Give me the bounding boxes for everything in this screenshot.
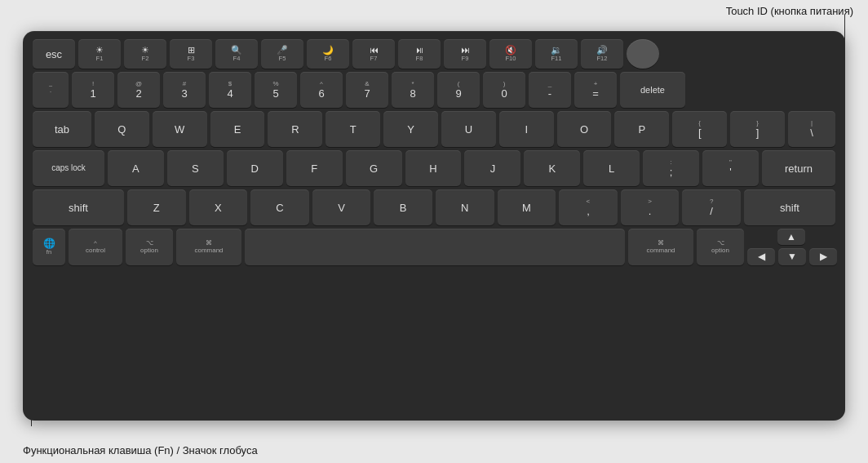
number-row: ~ ` ! 1 @ 2 # 3 $ 4 % 5 (33, 72, 835, 108)
key-i[interactable]: I (499, 111, 554, 147)
key-h[interactable]: H (405, 150, 462, 186)
key-close-bracket[interactable]: }] (730, 111, 785, 147)
key-equals[interactable]: + = (574, 72, 617, 108)
key-open-bracket[interactable]: {[ (672, 111, 727, 147)
fn-row: esc ☀F1 ☀F2 ⊞F3 🔍F4 🎤F5 🌙F6 ⏮F7 (33, 39, 835, 69)
key-f10[interactable]: 🔇F10 (489, 39, 532, 69)
key-s[interactable]: S (167, 150, 224, 186)
key-1[interactable]: ! 1 (72, 72, 114, 108)
key-f8[interactable]: ⏯F8 (398, 39, 441, 69)
key-q[interactable]: Q (95, 111, 149, 147)
key-7[interactable]: & 7 (346, 72, 388, 108)
key-shift-left[interactable]: shift (33, 189, 124, 225)
key-g[interactable]: G (346, 150, 402, 186)
key-f3[interactable]: ⊞F3 (170, 39, 212, 69)
key-d[interactable]: D (227, 150, 283, 186)
key-caps-lock[interactable]: caps lock (33, 150, 104, 186)
key-shift-right[interactable]: shift (744, 189, 835, 225)
key-command-left[interactable]: ⌘ command (176, 229, 241, 265)
key-2[interactable]: @ 2 (117, 72, 160, 108)
key-spacebar[interactable] (245, 229, 625, 265)
key-return[interactable]: return (762, 150, 835, 186)
fn-label: Функциональная клавиша (Fn) / Значок гло… (23, 444, 258, 456)
key-semicolon[interactable]: :; (643, 150, 699, 186)
key-4[interactable]: $ 4 (209, 72, 251, 108)
key-arrow-up[interactable]: ▲ (777, 229, 805, 245)
key-option-right[interactable]: ⌥ option (697, 229, 744, 265)
tab-row: tab Q W E R T Y U I O P {[ }] |\ (33, 111, 835, 147)
key-arrow-left[interactable]: ◀ (747, 248, 775, 265)
key-8[interactable]: * 8 (392, 72, 434, 108)
key-u[interactable]: U (441, 111, 496, 147)
key-3[interactable]: # 3 (163, 72, 206, 108)
key-m[interactable]: M (498, 189, 556, 225)
key-fn[interactable]: 🌐 fn (33, 229, 65, 265)
key-j[interactable]: J (464, 150, 520, 186)
key-x[interactable]: X (189, 189, 248, 225)
key-c[interactable]: C (250, 189, 309, 225)
key-backslash[interactable]: |\ (788, 111, 835, 147)
key-f12[interactable]: 🔊F12 (581, 39, 623, 69)
key-p[interactable]: P (614, 111, 669, 147)
key-touchid[interactable] (627, 39, 659, 69)
key-period[interactable]: >. (621, 189, 680, 225)
key-arrow-down[interactable]: ▼ (778, 248, 806, 265)
key-o[interactable]: O (557, 111, 612, 147)
key-f1[interactable]: ☀F1 (78, 39, 121, 69)
key-tab[interactable]: tab (33, 111, 91, 147)
key-6[interactable]: ^ 6 (300, 72, 343, 108)
key-e[interactable]: E (210, 111, 265, 147)
key-command-right[interactable]: ⌘ command (628, 229, 693, 265)
key-f2[interactable]: ☀F2 (124, 39, 166, 69)
bottom-row: 🌐 fn ^ control ⌥ option ⌘ command ⌘ comm… (33, 229, 835, 265)
key-y[interactable]: Y (383, 111, 438, 147)
key-f4[interactable]: 🔍F4 (215, 39, 258, 69)
key-v[interactable]: V (312, 189, 371, 225)
key-z[interactable]: Z (127, 189, 186, 225)
key-f9[interactable]: ⏭F9 (444, 39, 486, 69)
key-f[interactable]: F (286, 150, 343, 186)
key-option-left[interactable]: ⌥ option (126, 229, 173, 265)
key-f11[interactable]: 🔉F11 (535, 39, 578, 69)
key-esc[interactable]: esc (33, 39, 75, 69)
key-f7[interactable]: ⏮F7 (352, 39, 395, 69)
key-f5[interactable]: 🎤F5 (261, 39, 303, 69)
key-comma[interactable]: <, (559, 189, 618, 225)
keyboard: esc ☀F1 ☀F2 ⊞F3 🔍F4 🎤F5 🌙F6 ⏮F7 (23, 31, 845, 421)
key-w[interactable]: W (153, 111, 207, 147)
key-a[interactable]: A (108, 150, 164, 186)
key-slash[interactable]: ?/ (682, 189, 741, 225)
key-backtick[interactable]: ~ ` (33, 72, 69, 108)
key-b[interactable]: B (374, 189, 432, 225)
key-f6[interactable]: 🌙F6 (307, 39, 349, 69)
caps-row: caps lock A S D F G H J K L :; "' return (33, 150, 835, 186)
page-wrapper: Touch ID (кнопка питания) Функциональная… (0, 0, 868, 463)
key-r[interactable]: R (268, 111, 322, 147)
key-t[interactable]: T (326, 111, 380, 147)
key-5[interactable]: % 5 (255, 72, 297, 108)
key-quote[interactable]: "' (702, 150, 759, 186)
key-0[interactable]: ) 0 (483, 72, 525, 108)
key-minus[interactable]: _ - (529, 72, 571, 108)
shift-row: shift Z X C V B N M <, >. ?/ shift (33, 189, 835, 225)
key-control-left[interactable]: ^ control (69, 229, 122, 265)
key-9[interactable]: ( 9 (437, 72, 480, 108)
touchid-label: Touch ID (кнопка питания) (726, 5, 853, 17)
key-n[interactable]: N (436, 189, 494, 225)
key-k[interactable]: K (524, 150, 580, 186)
key-l[interactable]: L (583, 150, 640, 186)
key-delete[interactable]: delete (620, 72, 685, 108)
key-arrow-right[interactable]: ▶ (809, 248, 837, 265)
